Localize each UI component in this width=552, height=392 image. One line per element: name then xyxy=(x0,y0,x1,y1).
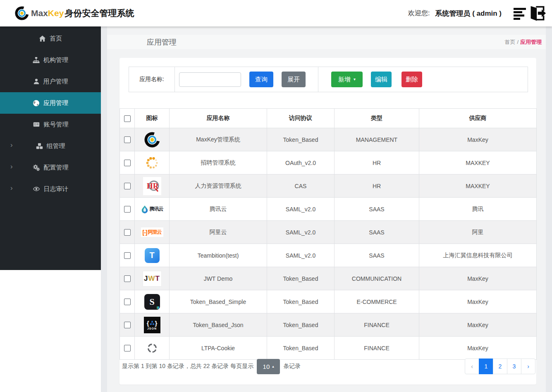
sidebar-item-home[interactable]: 首页 xyxy=(0,28,101,49)
sidebar-item-group[interactable]: ›组管理 xyxy=(0,135,101,157)
sidebar-item-app[interactable]: 应用管理 xyxy=(0,92,101,114)
page-header: 应用管理 首页/应用管理 xyxy=(107,35,546,49)
jwt-logo-icon: JWT xyxy=(143,271,162,287)
page-size-value: 10 xyxy=(263,363,270,370)
app-protocol: Token_Based xyxy=(267,128,335,151)
app-name: JWT Demo xyxy=(170,267,267,290)
pagination-summary-suffix: 条记录 xyxy=(283,363,301,370)
svg-text:HR: HR xyxy=(147,182,159,190)
app-protocol: Token_Based xyxy=(267,290,335,313)
header-user-area: 欢迎您: 系统管理员 ( admin ) xyxy=(408,0,546,26)
caret-up-icon: ▴ xyxy=(272,365,274,368)
sidebar-item-org[interactable]: 机构管理 xyxy=(0,49,101,71)
app-vendor: MAXKEY xyxy=(419,151,537,174)
sidebar-item-audit[interactable]: ›日志审计 xyxy=(0,178,101,200)
breadcrumb-home[interactable]: 首页 xyxy=(504,39,515,45)
tencent-cloud-icon: 腾讯云 xyxy=(141,205,163,213)
row-checkbox[interactable] xyxy=(124,299,131,305)
expand-button[interactable]: 展开 xyxy=(282,72,306,87)
page-title: 应用管理 xyxy=(147,37,177,47)
row-checkbox[interactable] xyxy=(124,229,131,236)
breadcrumb-current: 应用管理 xyxy=(520,39,542,45)
select-all-cell xyxy=(120,109,135,128)
next-page-button[interactable]: › xyxy=(521,359,535,374)
app-protocol: Token_Based xyxy=(267,267,335,290)
app-name: 招聘管理系统 xyxy=(170,151,267,174)
column-header-name: 应用名称 xyxy=(170,109,267,128)
row-icon-cell: [-]阿里云 xyxy=(135,221,170,244)
page-button-3[interactable]: 3 xyxy=(507,359,521,374)
row-select-cell xyxy=(120,198,135,221)
sidebar-item-config[interactable]: ›配置管理 xyxy=(0,157,101,178)
table-row: 腾讯云腾讯云SAML_v2.0SAAS腾讯 xyxy=(120,198,537,221)
list-icon[interactable] xyxy=(514,7,526,20)
page-size-dropdown[interactable]: 10 ▴ xyxy=(257,359,280,374)
s-letter-tile-icon: S xyxy=(144,294,160,310)
row-checkbox[interactable] xyxy=(124,275,131,282)
row-checkbox[interactable] xyxy=(124,252,131,259)
row-icon-cell xyxy=(135,151,170,174)
row-checkbox[interactable] xyxy=(124,322,131,328)
sidebar-item-account[interactable]: 账号管理 xyxy=(0,114,101,135)
chevron-right-icon: › xyxy=(10,163,13,171)
app-category: SAAS xyxy=(335,198,419,221)
content-card: 应用名称: 查询 展开 新增 ▾ 编辑 删除 图标 应用名称 访问协议 类型 供… xyxy=(119,58,536,385)
page-button-2[interactable]: 2 xyxy=(493,359,507,374)
app-vendor: MaxKey xyxy=(419,267,537,290)
scrollbar-track[interactable] xyxy=(546,26,552,392)
table-row: {}JSONToken_Based_JsonToken_BasedFINANCE… xyxy=(120,313,537,337)
app-name: 人力资源管理系统 xyxy=(170,174,267,198)
logout-icon[interactable] xyxy=(529,5,546,22)
sidebar-item-label: 首页 xyxy=(50,35,62,43)
app-name: 腾讯云 xyxy=(170,198,267,221)
eye-icon xyxy=(33,186,40,192)
content-left-gutter xyxy=(101,26,107,392)
select-all-checkbox[interactable] xyxy=(124,115,131,122)
welcome-label: 欢迎您: xyxy=(408,9,430,18)
row-checkbox[interactable] xyxy=(124,160,131,166)
app-vendor: MaxKey xyxy=(419,290,537,313)
toolbar-divider xyxy=(318,67,318,92)
search-label: 应用名称: xyxy=(139,76,164,83)
column-header-category: 类型 xyxy=(335,109,419,128)
prev-page-button[interactable]: ‹ xyxy=(465,359,479,374)
loading-spinner-icon xyxy=(145,156,159,170)
chevron-right-icon: › xyxy=(10,141,13,149)
row-checkbox[interactable] xyxy=(124,136,131,143)
add-button-label: 新增 xyxy=(338,76,351,84)
json-logo-icon: {}JSON xyxy=(144,317,160,333)
app-protocol: CAS xyxy=(267,174,335,198)
table-header-row: 图标 应用名称 访问协议 类型 供应商 xyxy=(120,109,537,128)
row-icon-cell: HR xyxy=(135,174,170,198)
table-row: 招聘管理系统OAuth_v2.0HRMAXKEY xyxy=(120,151,537,174)
edit-button[interactable]: 编辑 xyxy=(371,72,392,87)
aliyun-logo-icon: [-]阿里云 xyxy=(141,227,163,237)
sidebar-item-label: 机构管理 xyxy=(43,56,68,64)
table-row: MaxKey管理系统Token_BasedMANAGEMENTMaxKey xyxy=(120,128,537,151)
app-category: MANAGEMENT xyxy=(335,128,419,151)
row-checkbox[interactable] xyxy=(124,206,131,213)
app-category: SAAS xyxy=(335,244,419,267)
query-button[interactable]: 查询 xyxy=(249,72,273,87)
sidebar-item-user[interactable]: 用户管理 xyxy=(0,71,101,92)
sidebar-item-label: 日志审计 xyxy=(44,185,69,193)
app-category: E-COMMERCE xyxy=(335,290,419,313)
page-list: ‹123› xyxy=(465,359,535,374)
breadcrumb-separator: / xyxy=(517,39,519,45)
sitemap-icon xyxy=(33,57,40,64)
row-checkbox[interactable] xyxy=(124,183,131,189)
pagination-bar: 显示第 1 到第 10 条记录，总共 22 条记录 每页显示 10 ▴ 条记录 … xyxy=(119,355,536,378)
app-name: MaxKey管理系统 xyxy=(170,128,267,151)
user-icon xyxy=(33,78,40,85)
app-protocol: SAML_v2.0 xyxy=(267,244,335,267)
page-button-1[interactable]: 1 xyxy=(479,359,493,374)
app-name-input[interactable] xyxy=(179,72,241,87)
add-button[interactable]: 新增 ▾ xyxy=(331,72,363,87)
row-select-cell xyxy=(120,267,135,290)
row-select-cell xyxy=(120,151,135,174)
app-protocol: Token_Based xyxy=(267,313,335,337)
row-select-cell xyxy=(120,244,135,267)
row-checkbox[interactable] xyxy=(124,345,131,351)
delete-button[interactable]: 删除 xyxy=(401,72,422,87)
chevron-right-icon: › xyxy=(10,184,13,192)
